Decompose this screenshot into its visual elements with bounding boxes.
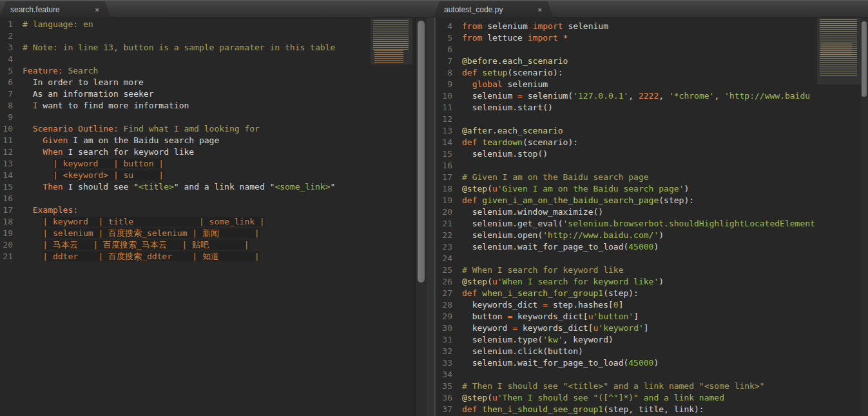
code-line: 7 As an information seeker (0, 88, 415, 100)
minimap-left[interactable] (371, 18, 412, 64)
code-text (13, 112, 23, 123)
tab-close-icon[interactable]: × (95, 6, 99, 14)
tab-autotest-code-py[interactable]: autotest_code.py × (434, 1, 554, 17)
minimap-right[interactable] (817, 17, 861, 416)
code-text: from lettuce import * (452, 32, 568, 44)
line-number: 18 (436, 183, 452, 195)
code-text: keywords_dict = step.hashes[0] (452, 299, 623, 311)
code-line: 17# Given I am on the Baidu search page (436, 172, 816, 183)
code-line: 16 (0, 193, 415, 204)
code-line: 18 | keyword | title | some_link | (0, 216, 415, 228)
sublime-editor-window: search.feature × autotest_code.py × 1# l… (0, 0, 868, 416)
code-text (452, 369, 462, 381)
scrollbar-thumb-left[interactable] (418, 21, 425, 282)
code-text: | <keyword> | su | (13, 170, 164, 181)
code-text: Feature: Search (13, 65, 98, 77)
code-text: # When I search for keyword like (452, 264, 623, 276)
scrollbar-left[interactable] (415, 17, 427, 416)
line-number: 2 (0, 30, 13, 42)
scrollbar-thumb-right[interactable] (862, 21, 867, 97)
code-area-right[interactable]: 4from selenium import selenium5from lett… (436, 17, 816, 416)
code-line: 14def teardown(scenario): (436, 137, 816, 148)
line-number: 10 (436, 90, 452, 102)
line-number: 25 (436, 264, 452, 276)
code-line: 10 selenium = selenium('127.0.0.1', 2222… (436, 90, 816, 102)
line-number: 8 (0, 100, 13, 112)
code-text: # Given I am on the Baidu search page (452, 172, 649, 183)
code-text (13, 54, 23, 65)
code-text: @step(u'Given I am on the Baidu search p… (452, 183, 689, 195)
code-line: 6 In order to learn more (0, 77, 415, 88)
code-line: 16 (436, 160, 816, 172)
code-text: global selenium (452, 79, 548, 90)
code-line: 9 (0, 112, 415, 123)
code-line: 12 When I search for keyword like (0, 146, 415, 158)
line-number: 32 (436, 346, 452, 357)
code-area-left[interactable]: 1# language: en23# Note: in line 13, but… (0, 17, 415, 416)
line-number: 5 (0, 65, 13, 77)
code-text: def teardown(scenario): (452, 137, 578, 148)
code-line: 9 global selenium (436, 79, 816, 90)
code-text: def then_i_should_see_group1(step, title… (452, 404, 704, 415)
line-number: 13 (436, 125, 452, 137)
code-text: selenium.type('kw', keyword) (452, 334, 613, 346)
tab-bar: search.feature × autotest_code.py × (0, 0, 868, 17)
code-line: 5from lettuce import * (436, 32, 816, 44)
scrollbar-right[interactable] (861, 17, 868, 416)
code-line: 24 (436, 253, 816, 264)
line-number: 9 (0, 112, 13, 123)
code-line: 11 selenium.start() (436, 102, 816, 114)
editor-pane-left[interactable]: 1# language: en23# Note: in line 13, but… (0, 17, 415, 416)
code-text: keyword = keywords_dict[u'keyword'] (452, 322, 649, 334)
line-number: 19 (436, 195, 452, 206)
code-line: 31 selenium.type('kw', keyword) (436, 334, 816, 346)
line-number: 16 (436, 160, 452, 172)
code-line: 20 | 马本云 | 百度搜索_马本云 | 贴吧 | (0, 239, 415, 251)
line-number: 11 (436, 102, 452, 114)
code-line: 14 | <keyword> | su | (0, 170, 415, 181)
line-number: 14 (436, 137, 452, 148)
line-number: 29 (436, 311, 452, 322)
code-text: @after.each_scenario (452, 125, 563, 137)
editor-pane-right[interactable]: 4from selenium import selenium5from lett… (435, 17, 862, 416)
code-line: 29 button = keywords_dict[u'button'] (436, 311, 816, 322)
line-number: 18 (0, 216, 13, 228)
code-text: selenium.click(button) (452, 346, 583, 357)
code-text: selenium.stop() (452, 148, 548, 160)
code-line: 32 selenium.click(button) (436, 346, 816, 357)
line-number: 12 (436, 114, 452, 125)
line-number: 23 (436, 241, 452, 253)
code-line: 13@after.each_scenario (436, 125, 816, 137)
code-line: 15 selenium.stop() (436, 148, 816, 160)
code-text: selenium = selenium('127.0.0.1', 2222, '… (452, 90, 810, 102)
code-text (452, 160, 462, 172)
code-text: Scenario Outline: Find what I amd lookin… (13, 123, 260, 135)
line-number: 15 (436, 148, 452, 160)
line-number: 10 (0, 123, 13, 135)
code-text: def when_i_search_for_group1(step): (452, 288, 639, 299)
code-text: def setup(scenario): (452, 67, 563, 79)
code-text: selenium.window_maximize() (452, 206, 603, 218)
line-number: 24 (436, 253, 452, 264)
code-line: 18@step(u'Given I am on the Baidu search… (436, 183, 816, 195)
line-number: 34 (436, 369, 452, 381)
code-text: # language: en (13, 19, 93, 30)
line-number: 17 (436, 172, 452, 183)
code-text: | ddter | 百度搜索_ddter | 知道 | (13, 251, 260, 262)
tab-close-icon[interactable]: × (538, 6, 542, 14)
code-line: 4from selenium import selenium (436, 21, 816, 32)
code-line: 19def given_i_am_on_the_baidu_search_pag… (436, 195, 816, 206)
code-line: 8def setup(scenario): (436, 67, 816, 79)
line-number: 27 (436, 288, 452, 299)
code-line: 10 Scenario Outline: Find what I amd loo… (0, 123, 415, 135)
line-number: 33 (436, 357, 452, 369)
code-text: | selenium | 百度搜索_selenium | 新闻 | (13, 228, 260, 239)
code-line: 6 (436, 44, 816, 55)
tab-search-feature[interactable]: search.feature × (0, 1, 111, 17)
code-line: 3# Note: in line 13, button is a sample … (0, 42, 415, 54)
line-number: 15 (0, 181, 13, 193)
code-text: | keyword | title | some_link | (13, 216, 265, 228)
code-line: 27def when_i_search_for_group1(step): (436, 288, 816, 299)
code-text: | 马本云 | 百度搜索_马本云 | 贴吧 | (13, 239, 249, 251)
line-number: 37 (436, 404, 452, 415)
